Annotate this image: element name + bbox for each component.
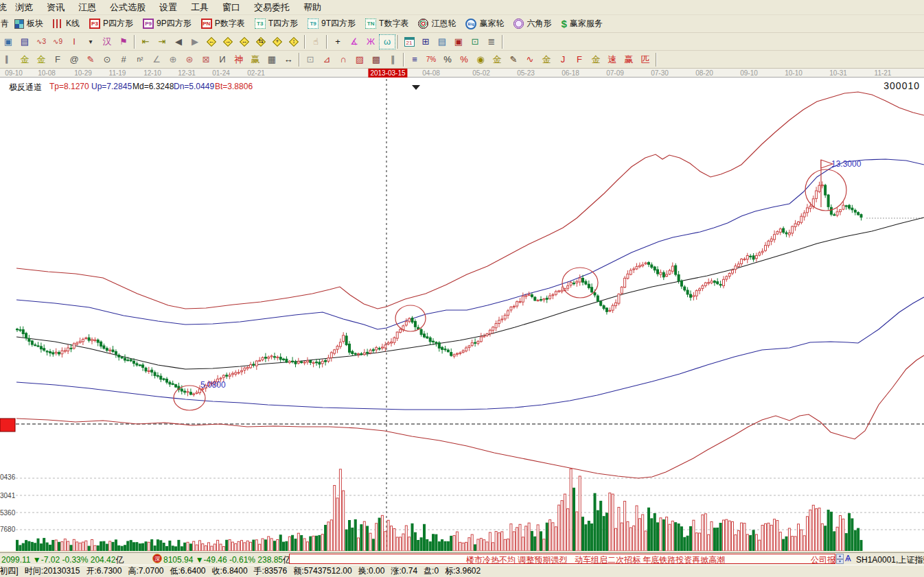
feature-clipped-feature[interactable]: 青 xyxy=(0,16,10,31)
angle-line-tool-button[interactable]: ∠ xyxy=(148,52,165,67)
print-button[interactable]: ≣ xyxy=(483,34,500,49)
menu-item-2[interactable]: 浏览 xyxy=(8,0,40,16)
feature-sector-blocks[interactable]: 板块 xyxy=(10,16,48,31)
gold-ingot2-tool-button[interactable]: 金 xyxy=(33,52,49,67)
clipped-tool-button[interactable]: ▍ xyxy=(0,52,16,67)
news-headline[interactable]: 楼市冷热不均 调整预期强烈 xyxy=(466,554,567,564)
menu-item-8[interactable]: 窗口 xyxy=(216,0,247,16)
marker-pen-tool-button[interactable]: ✎ xyxy=(82,52,99,67)
candle-style-button[interactable]: I xyxy=(66,34,82,49)
last-bar-button[interactable]: ⇥ xyxy=(154,34,170,49)
f-tool-button[interactable]: F xyxy=(49,52,66,67)
golden-underline-tool-button[interactable]: 金 xyxy=(538,52,555,67)
wave-9-button[interactable]: ∿9 xyxy=(49,34,66,49)
percent-retrace-tool-button[interactable]: 7% xyxy=(423,52,439,67)
feature-p-square[interactable]: P3P四方形 xyxy=(84,16,138,31)
notes-button[interactable]: ▤ xyxy=(434,34,450,49)
wave-3-button[interactable]: ∿3 xyxy=(33,34,49,49)
arc-fan-tool-button[interactable]: ∩ xyxy=(335,52,351,67)
feature-winner-wheel[interactable]: Big赢家轮 xyxy=(461,16,509,31)
hanzi-tool-button[interactable]: 汉 xyxy=(99,34,115,49)
spinner-down-button[interactable]: ▼ xyxy=(836,559,844,565)
feature-t-square[interactable]: T3T四方形 xyxy=(250,16,303,31)
menu-item-4[interactable]: 江恩 xyxy=(71,0,103,16)
shen-tool-button[interactable]: 神 xyxy=(231,52,247,67)
news-headline[interactable]: 动车组启二次招标 年底铁路投资再掀高潮 xyxy=(575,554,725,564)
pan-horizontal-button[interactable]: ↔ xyxy=(236,34,253,49)
square-web-tool-button[interactable]: ⊠ xyxy=(198,52,214,67)
menu-item-1[interactable]: 系统 xyxy=(0,0,8,16)
percent-tool-button[interactable]: % xyxy=(439,52,456,67)
image-export-button[interactable]: ⊡ xyxy=(467,34,483,49)
pan-left-button[interactable]: ← xyxy=(203,34,220,49)
dense-grid-tool-button[interactable]: ▩ xyxy=(368,52,384,67)
pen-flag-tool-button[interactable]: ✎ xyxy=(505,52,522,67)
spiral-tool-button[interactable]: @ xyxy=(66,52,82,67)
wave-ruler-tool-button[interactable]: ∿ xyxy=(522,52,538,67)
diag-grid-tool-button[interactable]: ▨ xyxy=(351,52,368,67)
comb-tool-button[interactable]: # xyxy=(115,52,132,67)
next-bar-button[interactable]: ▶ xyxy=(187,34,203,49)
n2-tool-button[interactable]: n² xyxy=(132,52,148,67)
percent-line-tool-button[interactable]: % xyxy=(456,52,472,67)
ticker-spinner[interactable]: ▲ ▼ xyxy=(836,554,844,564)
menu-item-5[interactable]: 公式选股 xyxy=(103,0,152,16)
pan-all-button[interactable]: + xyxy=(269,34,286,49)
pan-compress-button[interactable]: ⇆ xyxy=(253,34,269,49)
prev-bar-button[interactable]: ◀ xyxy=(170,34,187,49)
menu-item-6[interactable]: 设置 xyxy=(152,0,184,16)
candle-style-dropdown-button[interactable]: ▾ xyxy=(82,34,99,49)
flag-chart-button[interactable]: ⚑ xyxy=(115,34,132,49)
pan-vertical-button[interactable]: ↕ xyxy=(286,34,302,49)
pi-angle-tool-button[interactable]: 匹 xyxy=(637,52,654,67)
menu-item-10[interactable]: 帮助 xyxy=(297,0,328,16)
speed-angle-tool-button[interactable]: 速 xyxy=(604,52,621,67)
pan-right-button[interactable]: → xyxy=(220,34,236,49)
golden-line-tool-button[interactable]: 金 xyxy=(489,52,505,67)
news-ticker[interactable]: 楼市冷热不均 调整预期强烈动车组启二次招标 年底铁路投资再掀高潮公司报道 xyxy=(289,554,835,564)
price-grid-tool-button[interactable]: ▦ xyxy=(264,52,280,67)
parallel-lines-tool-button[interactable]: ∥ xyxy=(384,52,401,67)
k-quote-tool-button[interactable]: И xyxy=(214,52,231,67)
menu-item-7[interactable]: 工具 xyxy=(184,0,216,16)
gold-ingot-tool-button[interactable]: 金 xyxy=(16,52,33,67)
feature-winner-service[interactable]: $赢家服务 xyxy=(556,16,607,31)
feature-p-number-table[interactable]: PNP数字表 xyxy=(196,16,250,31)
golden-angle-tool-button[interactable]: 金 xyxy=(588,52,604,67)
ying-angle-tool-button[interactable]: 赢 xyxy=(621,52,637,67)
wave-brain-button[interactable]: ω xyxy=(379,34,395,49)
angle-measure-button[interactable]: ∡ xyxy=(346,34,362,49)
spinner-up-button[interactable]: ▲ xyxy=(836,554,844,559)
menu-item-3[interactable]: 资讯 xyxy=(40,0,71,16)
golden-circle-tool-button[interactable]: ◉ xyxy=(472,52,489,67)
news-headline[interactable]: 公司报道 xyxy=(811,554,835,564)
f-angle-tool-button[interactable]: F xyxy=(571,52,588,67)
calculator-button[interactable]: ⊞ xyxy=(417,34,434,49)
market-monitor-button[interactable]: ▣ xyxy=(0,34,16,49)
circle-target-tool-button[interactable]: ⊕ xyxy=(165,52,181,67)
feature-t-number-table[interactable]: TNT数字表 xyxy=(360,16,413,31)
info-document-button[interactable]: ▤ xyxy=(16,34,33,49)
box-grid-tool-button[interactable]: ⊡ xyxy=(302,52,319,67)
fib-level-tool-button[interactable]: ≡ xyxy=(406,52,423,67)
feature-9t-square[interactable]: T99T四方形 xyxy=(303,16,360,31)
calendar-button[interactable]: 21 xyxy=(401,34,417,49)
feature-9p-square[interactable]: P99P四方形 xyxy=(138,16,196,31)
feature-kline[interactable]: K线 xyxy=(48,16,84,31)
j-angle-tool-button[interactable]: J xyxy=(555,52,571,67)
ray-fan-tool-button[interactable]: ⊿ xyxy=(319,52,335,67)
clock-tool-button[interactable]: ⊙ xyxy=(99,52,115,67)
menu-item-9[interactable]: 交易委托 xyxy=(247,0,297,16)
hand-drag-button[interactable]: ☝ xyxy=(308,34,324,49)
crosshair-button[interactable]: + xyxy=(330,34,346,49)
ying-tool-button[interactable]: 赢 xyxy=(247,52,264,67)
first-bar-button[interactable]: ⇤ xyxy=(137,34,154,49)
feature-hexagon[interactable]: 六角形 xyxy=(509,16,556,31)
chart-canvas[interactable]: 极反通道Tp=8.1270Up=7.2845Md=6.3248Dn=5.0449… xyxy=(0,78,924,551)
span-measure-tool-button[interactable]: ↔ xyxy=(280,52,297,67)
kline-chart[interactable] xyxy=(0,78,924,551)
radial-web-tool-button[interactable]: ⊛ xyxy=(181,52,198,67)
gann-marker-button[interactable]: Ж xyxy=(362,34,379,49)
save-button[interactable]: ▣ xyxy=(450,34,467,49)
feature-gann-wheel[interactable]: 江恩轮 xyxy=(413,16,461,31)
